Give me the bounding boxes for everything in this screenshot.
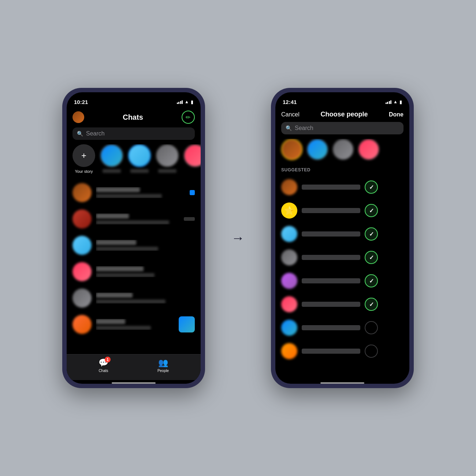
chats-badge-count: 1: [107, 358, 109, 362]
chat-list: [67, 179, 201, 354]
chat-preview-5: [96, 300, 166, 304]
chat-avatar-6: [72, 315, 92, 334]
choose-people-header: Cancel Choose people Done: [275, 108, 409, 122]
selected-avatar-3: [332, 139, 354, 160]
choose-people-title: Choose people: [320, 111, 368, 118]
person-name-2: [302, 208, 360, 213]
chat-item-6[interactable]: [67, 311, 201, 338]
chat-info-2: [96, 213, 179, 224]
chat-name-5: [96, 293, 133, 298]
chats-badge: 1: [105, 357, 111, 362]
chat-preview-6: [96, 326, 151, 330]
phone-choose-people: 12:41 ▲ ▮ Cancel Choose people Done: [271, 88, 414, 388]
person-avatar-3: [281, 226, 297, 242]
battery-icon-1: ▮: [191, 99, 193, 105]
status-icons-2: ▲ ▮: [386, 99, 402, 105]
selected-avatar-2: [307, 139, 328, 160]
add-story-button[interactable]: +: [72, 144, 95, 167]
chat-meta-6: [179, 316, 195, 332]
selected-contact-4[interactable]: [358, 139, 379, 160]
person-avatar-1: [281, 179, 297, 195]
story-label-3: [158, 169, 176, 173]
story-item-4[interactable]: [184, 144, 201, 167]
person-item-6[interactable]: ✓: [275, 293, 409, 316]
person-avatar-5: [281, 273, 297, 289]
chat-avatar-4: [72, 262, 92, 281]
selected-avatar-4: [358, 139, 379, 160]
chat-avatar-3: [72, 236, 92, 255]
signal-bars-2: [386, 100, 392, 104]
person-avatar-4: [281, 249, 297, 265]
select-circle-8[interactable]: [365, 345, 378, 358]
compose-button[interactable]: ✏: [182, 111, 195, 124]
person-item-2[interactable]: ⭐ ✓: [275, 199, 409, 222]
chat-name-4: [96, 266, 144, 271]
chat-name-2: [96, 213, 129, 219]
chat-name-6: [96, 319, 125, 324]
chat-preview-3: [96, 247, 158, 251]
person-item-7[interactable]: [275, 316, 409, 339]
selected-contacts-row: [275, 139, 409, 166]
select-circle-6[interactable]: ✓: [365, 298, 378, 311]
select-circle-2[interactable]: ✓: [365, 204, 378, 217]
nav-people[interactable]: 👥 People: [157, 358, 169, 373]
person-avatar-7: [281, 320, 297, 336]
person-name-7: [302, 325, 360, 330]
person-item-4[interactable]: ✓: [275, 246, 409, 269]
check-icon-4: ✓: [369, 254, 374, 261]
notch: [110, 92, 157, 103]
chat-info-3: [96, 240, 195, 251]
chats-nav-label: Chats: [98, 369, 108, 373]
chat-avatar-1: [72, 183, 92, 202]
chat-meta-2: [184, 217, 195, 221]
select-circle-1[interactable]: ✓: [365, 181, 378, 194]
chat-meta-1: [190, 190, 195, 195]
chat-item-1[interactable]: [67, 179, 201, 206]
sb3: [389, 101, 390, 104]
status-time-1: 10:21: [74, 99, 88, 105]
select-circle-7[interactable]: [365, 321, 378, 334]
chat-preview-1: [96, 194, 162, 198]
select-circle-4[interactable]: ✓: [365, 251, 378, 264]
person-item-8[interactable]: [275, 339, 409, 363]
select-circle-5[interactable]: ✓: [365, 274, 378, 287]
people-nav-label: People: [157, 369, 169, 373]
story-item-2[interactable]: [128, 144, 151, 173]
check-icon-2: ✓: [369, 207, 374, 214]
selected-contact-3[interactable]: [332, 139, 354, 160]
check-icon-3: ✓: [369, 231, 374, 238]
selected-contact-2[interactable]: [307, 139, 328, 160]
select-circle-3[interactable]: ✓: [365, 227, 378, 241]
user-avatar[interactable]: [72, 111, 84, 123]
chat-item-5[interactable]: [67, 285, 201, 311]
chat-info-5: [96, 293, 195, 304]
search-icon-2: 🔍: [286, 125, 292, 131]
chat-item-3[interactable]: [67, 232, 201, 259]
cancel-button[interactable]: Cancel: [281, 111, 300, 118]
person-item-3[interactable]: ✓: [275, 222, 409, 246]
phone-chats: 10:21 ▲ ▮ Chats ✏: [62, 88, 205, 388]
sb1: [386, 103, 387, 104]
your-story-label: Your story: [75, 169, 93, 174]
chat-item-4[interactable]: [67, 259, 201, 285]
done-button[interactable]: Done: [389, 111, 404, 118]
chat-name-1: [96, 187, 140, 192]
search-bar-2[interactable]: 🔍 Search: [281, 122, 404, 134]
story-item-3[interactable]: [156, 144, 179, 173]
chat-item-2[interactable]: [67, 206, 201, 232]
selected-contact-1[interactable]: [281, 139, 302, 160]
person-item-1[interactable]: ✓: [275, 175, 409, 199]
battery-icon-2: ▮: [399, 99, 402, 105]
signal-bar-2: [178, 102, 179, 104]
chat-info-6: [96, 319, 174, 330]
wifi-icon-1: ▲: [185, 99, 189, 104]
person-item-5[interactable]: ✓: [275, 269, 409, 293]
person-name-1: [302, 185, 360, 190]
story-label-1: [103, 169, 121, 173]
story-item-1[interactable]: [100, 144, 123, 173]
person-name-3: [302, 231, 360, 237]
your-story-item[interactable]: + Your story: [72, 144, 95, 174]
person-avatar-8: [281, 343, 297, 359]
search-bar-1[interactable]: 🔍 Search: [72, 127, 195, 140]
nav-chats[interactable]: 💬 1 Chats: [98, 358, 108, 373]
